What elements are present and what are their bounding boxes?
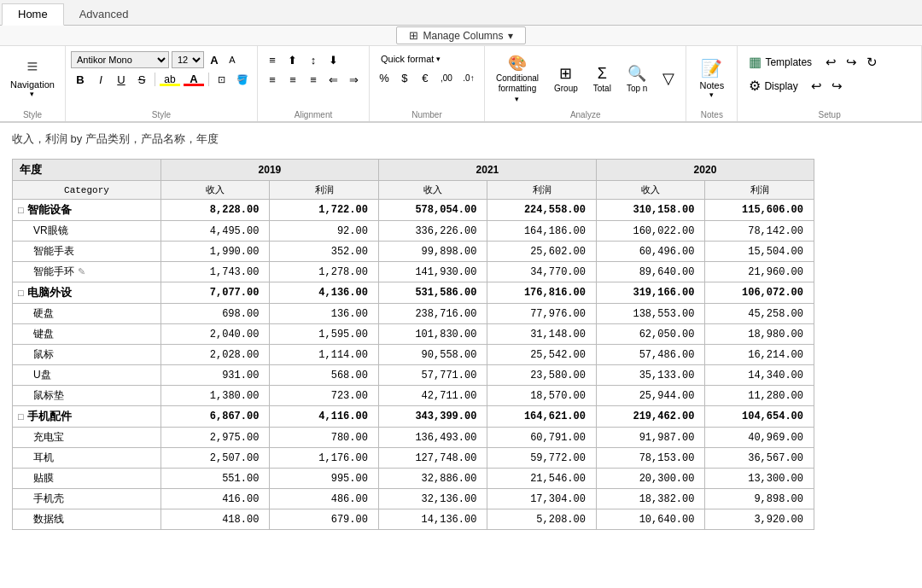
cell-value: 13,300.00 (705, 469, 814, 489)
highlight-button[interactable]: ab (159, 71, 181, 88)
indent-increase-button[interactable]: ⇒ (345, 71, 364, 88)
cell-value: 931.00 (160, 365, 270, 386)
decrease-font-button[interactable]: A (225, 52, 240, 67)
subcategory-label: 硬盘 (18, 306, 54, 321)
cell-value: 9,898.00 (705, 489, 814, 509)
manage-columns-button[interactable]: ⊞ Manage Columns ▾ (396, 26, 525, 44)
display-button[interactable]: ⚙ Display (743, 75, 803, 96)
cell-value: 35,133.00 (596, 365, 705, 386)
cell-value: 2,507.00 (160, 448, 270, 469)
cell-value: 104,654.00 (705, 406, 814, 428)
col-profit-2019: 利润 (270, 181, 379, 200)
border-button[interactable]: ⊡ (213, 71, 231, 88)
align-middle-button[interactable]: ↕ (304, 51, 323, 68)
table-row: 耳机2,507.001,176.00127,748.0059,772.0078,… (13, 448, 814, 469)
subcategory-label: 数据线 (18, 512, 64, 527)
conditional-formatting-icon: 🎨 (508, 54, 527, 73)
navigation-icon: ≡ (27, 55, 38, 78)
italic-button[interactable]: I (91, 71, 110, 88)
font-size-select[interactable]: 12 (172, 51, 204, 68)
cell-value: 7,077.00 (160, 282, 270, 304)
cell-value: 2,975.00 (160, 428, 270, 448)
align-right-button[interactable]: ≡ (304, 71, 323, 88)
indent-decrease-button[interactable]: ⇐ (324, 71, 343, 88)
cell-value: 723.00 (270, 386, 379, 406)
col-revenue-2019: 收入 (160, 181, 270, 200)
conditional-formatting-button[interactable]: 🎨 Conditionalformatting ▾ (490, 51, 545, 106)
font-family-select[interactable]: Antikor Mono (71, 51, 169, 68)
cell-value: 21,960.00 (705, 262, 814, 282)
filter-button[interactable]: ▽ (656, 67, 680, 90)
thousand-sep-button[interactable]: ,00 (436, 69, 457, 86)
cell-value: 4,495.00 (160, 221, 270, 242)
year-2019-header: 2019 (160, 160, 378, 181)
pivot-table: 年度 2019 2021 2020 Category 收入 利润 收入 利润 收… (12, 159, 814, 530)
decimal-increase-button[interactable]: .0↑ (458, 69, 479, 86)
tab-home[interactable]: Home (2, 3, 64, 26)
cell-value: 1,114.00 (270, 345, 379, 365)
cell-value: 21,546.00 (487, 469, 597, 489)
bold-button[interactable]: B (71, 71, 90, 88)
cell-value: 32,136.00 (378, 489, 487, 509)
refresh-button[interactable]: ↻ (862, 53, 881, 72)
table-row: U盘931.00568.0057,771.0023,580.0035,133.0… (13, 365, 814, 386)
navigation-button[interactable]: ≡ Navigation ▾ (5, 52, 60, 102)
tab-advanced[interactable]: Advanced (64, 4, 144, 25)
table-row: 鼠标2,028.001,114.0090,558.0025,542.0057,4… (13, 345, 814, 365)
align-left-button[interactable]: ≡ (263, 71, 282, 88)
cell-value: 45,258.00 (705, 304, 814, 324)
cell-value: 4,116.00 (270, 406, 379, 428)
increase-font-button[interactable]: A (207, 52, 222, 67)
cell-value: 780.00 (270, 428, 379, 448)
fill-button[interactable]: 🪣 (233, 71, 252, 88)
subcategory-label: 鼠标 (18, 347, 54, 362)
cell-value: 679.00 (270, 509, 379, 530)
total-icon: Σ (598, 65, 607, 83)
cell-value: 18,570.00 (487, 386, 597, 406)
collapse-icon[interactable]: □ (18, 205, 24, 215)
undo-button[interactable]: ↩ (821, 53, 840, 72)
cell-value: 23,580.00 (487, 365, 597, 386)
cell-value: 164,186.00 (487, 221, 597, 242)
col-profit-2020: 利润 (705, 181, 814, 200)
filter-icon: ▽ (662, 69, 674, 88)
collapse-icon[interactable]: □ (18, 288, 24, 298)
edit-icon[interactable]: ✎ (78, 266, 85, 277)
notes-button[interactable]: 📝 Notes ▾ (694, 52, 731, 102)
subcategory-label: U盘 (18, 368, 51, 382)
group-button[interactable]: ⊞ Group (548, 61, 584, 96)
cell-value: 319,166.00 (596, 282, 705, 304)
table-row: VR眼镜4,495.0092.00336,226.00164,186.00160… (13, 221, 814, 242)
redo-button[interactable]: ↪ (842, 53, 861, 72)
cell-value: 60,791.00 (487, 428, 597, 448)
table-row: □电脑外设7,077.004,136.00531,586.00176,816.0… (13, 282, 814, 304)
cell-value: 4,136.00 (270, 282, 379, 304)
quick-format-button[interactable]: Quick format ▾ (375, 51, 446, 67)
display-icon: ⚙ (749, 78, 761, 94)
cell-value: 136,493.00 (378, 428, 487, 448)
font-color-button[interactable]: A (183, 71, 205, 88)
cell-value: 20,300.00 (596, 469, 705, 489)
cell-value: 160,022.00 (596, 221, 705, 242)
cell-value: 336,226.00 (378, 221, 487, 242)
underline-button[interactable]: U (112, 71, 131, 88)
collapse-icon[interactable]: □ (18, 411, 24, 422)
wrap-text-button[interactable]: ≡ (263, 51, 282, 68)
top-n-button[interactable]: 🔍 Top n (621, 61, 653, 96)
dollar-button[interactable]: $ (395, 69, 414, 86)
option1-button[interactable]: ↩ (808, 77, 826, 96)
align-bottom-button[interactable]: ⬇ (324, 51, 343, 68)
align-top-button[interactable]: ⬆ (283, 51, 302, 68)
option2-button[interactable]: ↪ (828, 77, 847, 96)
total-button[interactable]: Σ Total (587, 62, 617, 96)
table-row: 智能手环✎1,743.001,278.00141,930.0034,770.00… (13, 262, 814, 282)
subcategory-label: VR眼镜 (18, 224, 68, 238)
cell-value: 531,586.00 (378, 282, 487, 304)
cell-value: 5,208.00 (487, 509, 597, 530)
table-icon: ⊞ (409, 29, 418, 42)
templates-button[interactable]: ▦ Templates (743, 51, 818, 73)
strikethrough-button[interactable]: S (132, 71, 151, 88)
percent-button[interactable]: % (375, 69, 394, 86)
align-center-button[interactable]: ≡ (283, 71, 302, 88)
euro-button[interactable]: € (416, 69, 435, 86)
